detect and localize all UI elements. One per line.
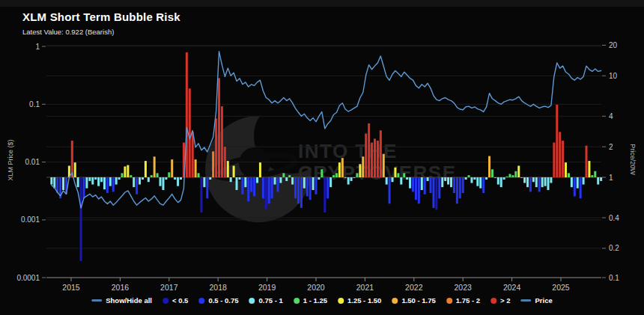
x-axis-tick-label: 2021: [356, 283, 374, 292]
risk-bar: [174, 177, 176, 180]
risk-bar: [230, 177, 232, 182]
risk-bar: [203, 177, 205, 187]
risk-bar: [154, 156, 156, 177]
risk-bar: [432, 177, 434, 208]
risk-bar: [109, 177, 112, 186]
risk-bar: [470, 177, 473, 183]
risk-chart-plot-area[interactable]: 2015201620172018201920202021202220232024…: [0, 0, 644, 315]
bubble-risk-chart-page: XLM Short Term Bubble Risk Latest Value:…: [0, 0, 644, 315]
risk-bar: [456, 177, 458, 204]
risk-bar: [200, 177, 202, 212]
legend-item-0-5[interactable]: < 0.5: [162, 296, 188, 305]
risk-bar: [523, 177, 526, 183]
risk-bar: [338, 162, 341, 177]
risk-bar: [462, 177, 464, 193]
legend-item-2[interactable]: > 2: [490, 296, 510, 305]
legend-item-0-5-0-75[interactable]: 0.5 - 0.75: [198, 296, 238, 305]
risk-bar: [427, 177, 429, 181]
risk-bar: [62, 177, 64, 190]
risk-bar: [265, 177, 267, 210]
legend-item-0-75-1[interactable]: 0.75 - 1: [249, 296, 283, 305]
risk-bar: [438, 177, 440, 198]
legend-item-price[interactable]: Price: [521, 296, 553, 305]
risk-bar: [312, 177, 315, 190]
risk-bar: [168, 172, 170, 177]
risk-bar: [238, 177, 240, 180]
risk-bar: [568, 173, 570, 177]
x-axis-tick-label: 2016: [112, 283, 130, 292]
risk-bar: [488, 156, 490, 177]
legend-item-label: Show/Hide all: [106, 296, 152, 305]
risk-bar: [353, 177, 356, 178]
left-axis-title: XLM Price ($): [7, 139, 14, 180]
legend-band-dot-icon: [249, 298, 255, 304]
right-axis-title: Price/20W: [629, 144, 637, 175]
legend-line-icon: [91, 299, 102, 302]
risk-bar: [97, 177, 100, 186]
risk-bar: [276, 177, 279, 192]
risk-bar: [233, 166, 235, 177]
risk-bar: [511, 175, 514, 177]
risk-bar: [209, 177, 211, 180]
risk-bar: [294, 177, 297, 198]
risk-bar: [526, 177, 529, 187]
risk-bar: [285, 177, 288, 181]
risk-bar: [253, 177, 255, 196]
legend-item-show-hide-all[interactable]: Show/Hide all: [91, 296, 152, 305]
risk-bar: [594, 171, 596, 177]
legend-item-1-50-1-75[interactable]: 1.50 - 1.75: [392, 296, 435, 305]
risk-bar: [574, 177, 576, 196]
risk-bar: [124, 166, 126, 177]
risk-bar: [291, 177, 294, 185]
x-axis-tick-label: 2018: [210, 283, 228, 292]
risk-bar: [306, 177, 309, 196]
risk-bar: [329, 177, 332, 187]
risk-bar: [236, 177, 238, 190]
risk-bar: [532, 177, 535, 182]
risk-bar: [321, 169, 323, 177]
legend-item-label: 1.25 - 1.50: [347, 296, 381, 305]
risk-bar: [106, 177, 109, 193]
risk-bar: [148, 177, 150, 182]
x-axis-tick-label: 2022: [405, 283, 423, 292]
legend-item-1-25-1-50[interactable]: 1.25 - 1.50: [338, 296, 381, 305]
risk-bar: [50, 177, 52, 185]
risk-bar: [503, 177, 505, 180]
risk-bar: [215, 118, 217, 177]
risk-bar: [450, 177, 452, 187]
risk-bar: [362, 156, 364, 177]
risk-bar: [491, 169, 493, 177]
risk-bar: [550, 177, 552, 183]
risk-bar: [380, 130, 382, 177]
risk-bar: [517, 166, 520, 177]
risk-bar: [377, 141, 379, 177]
legend-item-1-1-25[interactable]: 1 - 1.25: [294, 296, 327, 305]
risk-bar: [227, 161, 229, 177]
right-axis-tick-label: 0.1: [609, 274, 619, 282]
risk-bar: [482, 177, 484, 193]
risk-bar: [115, 177, 118, 185]
risk-bar: [400, 177, 402, 185]
risk-bar: [374, 138, 376, 177]
right-axis-tick-label: 0.4: [609, 214, 619, 222]
risk-bar: [441, 177, 443, 187]
risk-bar: [359, 164, 361, 177]
risk-bar: [424, 177, 426, 195]
risk-bar: [274, 177, 276, 185]
risk-bar: [133, 177, 135, 187]
risk-bar: [297, 177, 300, 204]
risk-bar: [447, 177, 449, 185]
risk-bar: [300, 177, 303, 208]
risk-bar: [371, 143, 373, 177]
risk-bar: [218, 78, 220, 177]
left-axis-tick-label: 0.01: [25, 158, 40, 166]
risk-bar: [323, 177, 326, 212]
risk-bar: [171, 159, 173, 177]
legend-item-1-75-2[interactable]: 1.75 - 2: [446, 296, 480, 305]
risk-bar: [130, 175, 132, 177]
risk-bar: [206, 177, 208, 198]
risk-bar: [394, 168, 396, 177]
risk-bar: [435, 177, 437, 210]
legend-item-label: < 0.5: [172, 296, 188, 305]
risk-bar: [341, 158, 344, 177]
